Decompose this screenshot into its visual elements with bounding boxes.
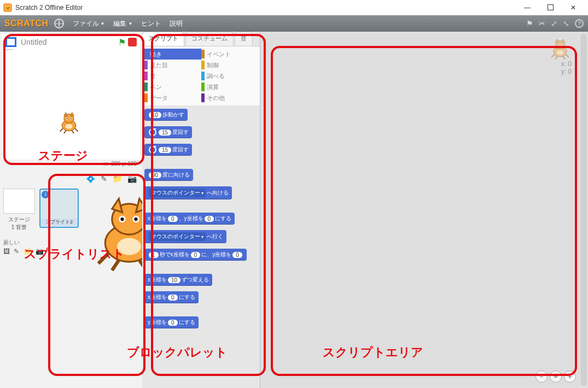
block-goto-target[interactable]: マウスのポインターへ行く <box>144 230 226 243</box>
category-調べる[interactable]: 調べる <box>201 70 258 81</box>
sprite-thumbnail[interactable]: i スプライト2 <box>39 189 79 228</box>
script-y-label: y: 0 <box>549 68 572 75</box>
category-動き[interactable]: 動き <box>144 49 201 60</box>
block-turn-cw[interactable]: 15度回す <box>144 126 192 138</box>
category-見た目[interactable]: 見た目 <box>144 60 201 70</box>
stop-icon[interactable] <box>128 38 137 46</box>
stage-thumb-label: ステージ <box>3 216 35 224</box>
green-flag-icon[interactable]: ⚑ <box>118 37 126 48</box>
backdrop-paint-icon[interactable]: ✎ <box>14 248 19 255</box>
zoom-in-icon[interactable]: ＋ <box>564 371 576 383</box>
new-sprite-upload-icon[interactable]: 📁 <box>113 174 122 183</box>
new-sprite-library-icon[interactable]: 💠 <box>86 174 95 183</box>
script-x-label: x: 0 <box>549 60 572 68</box>
zoom-reset-icon[interactable]: ＝ <box>550 371 562 383</box>
editor-tabs: スクリプト コスチューム 音 <box>142 32 260 46</box>
menu-about[interactable]: 説明 <box>165 19 187 28</box>
backdrop-upload-icon[interactable]: 📁 <box>24 248 32 255</box>
fullscreen-icon[interactable] <box>5 37 16 47</box>
tab-costumes[interactable]: コスチューム <box>185 32 234 46</box>
app-icon: 🐱 <box>3 3 12 12</box>
project-title[interactable]: Untitled <box>21 38 116 46</box>
block-move-steps[interactable]: 10歩動かす <box>144 109 188 121</box>
menubar: SCRATCH ファイル▼ 編集▼ ヒント 説明 ⚑ ✂ ⤢ ⤡ ? <box>0 15 588 32</box>
stage-coordinates: x: -208 y: 180 <box>2 160 140 168</box>
tab-sounds[interactable]: 音 <box>235 32 253 46</box>
sprite-tools: 💠 ✎ 📁 📷 <box>3 173 139 184</box>
block-goto-xy[interactable]: x座標を0、y座標を0にする <box>144 213 235 225</box>
stamp-icon[interactable]: ⚑ <box>526 19 533 28</box>
shrink-icon[interactable]: ⤡ <box>563 19 569 28</box>
block-point-towards[interactable]: マウスのポインターへ向ける <box>144 186 232 199</box>
block-categories: 動き見た目音ペンデータ イベント制御調べる演算その他 <box>142 46 260 105</box>
backdrop-camera-icon[interactable]: 📷 <box>36 248 44 255</box>
menu-hints[interactable]: ヒント <box>137 19 165 28</box>
menu-edit[interactable]: 編集▼ <box>109 19 137 28</box>
category-制御[interactable]: 制御 <box>201 60 258 70</box>
tab-scripts[interactable]: スクリプト <box>142 32 184 46</box>
block-set-x[interactable]: x座標を0にする <box>144 291 199 303</box>
stage-canvas[interactable] <box>2 50 140 160</box>
sprite-info-icon[interactable]: i <box>42 191 49 198</box>
window-minimize[interactable]: — <box>516 1 539 15</box>
block-change-x[interactable]: x座標を10ずつ変える <box>144 274 212 286</box>
stage-thumbnail[interactable]: ステージ 1 背景 <box>3 189 35 231</box>
titlebar: 🐱 Scratch 2 Offline Editor — ✕ <box>0 0 588 15</box>
category-音[interactable]: 音 <box>144 70 201 81</box>
category-データ[interactable]: データ <box>144 92 201 103</box>
sprite-name-label: スプライト2 <box>40 219 78 226</box>
scrollbar-vertical[interactable] <box>580 34 587 386</box>
window-maximize[interactable] <box>539 1 562 15</box>
block-set-y[interactable]: y座標を0にする <box>144 316 199 328</box>
menu-file[interactable]: ファイル▼ <box>68 19 109 28</box>
sprite-on-stage[interactable] <box>57 110 81 134</box>
new-sprite-paint-icon[interactable]: ✎ <box>101 174 107 183</box>
sprite-indicator: x: 0 y: 0 <box>549 37 572 75</box>
scratch-logo[interactable]: SCRATCH <box>4 19 49 28</box>
zoom-controls: － ＝ ＋ <box>535 371 576 383</box>
category-演算[interactable]: 演算 <box>201 81 258 92</box>
stage-backdrop-count: 1 背景 <box>3 224 35 231</box>
category-ペン[interactable]: ペン <box>144 81 201 92</box>
stage-header: Untitled ⚑ <box>2 34 140 50</box>
blocks-palette: 10歩動かす 15度回す 15度回す 90度に向ける マウスのポインターへ向ける… <box>142 105 260 388</box>
zoom-out-icon[interactable]: － <box>535 371 548 383</box>
category-イベント[interactable]: イベント <box>201 49 258 60</box>
window-title: Scratch 2 Offline Editor <box>15 4 83 11</box>
new-sprite-camera-icon[interactable]: 📷 <box>127 174 137 183</box>
block-point-direction[interactable]: 90度に向ける <box>144 169 193 181</box>
script-area[interactable] <box>263 34 579 386</box>
scissors-icon[interactable]: ✂ <box>539 19 545 28</box>
backdrop-library-icon[interactable]: 🖼 <box>3 248 10 255</box>
block-glide[interactable]: 1秒でx座標を0に、y座標を0 <box>144 249 247 261</box>
category-その他[interactable]: その他 <box>201 92 258 103</box>
sprite-list: ステージ 1 背景 i スプライト2 <box>3 189 139 231</box>
help-icon[interactable]: ? <box>575 19 584 28</box>
block-turn-ccw[interactable]: 15度回す <box>144 144 192 156</box>
language-icon[interactable] <box>54 19 64 28</box>
window-close[interactable]: ✕ <box>562 1 585 15</box>
grow-icon[interactable]: ⤢ <box>551 19 557 28</box>
